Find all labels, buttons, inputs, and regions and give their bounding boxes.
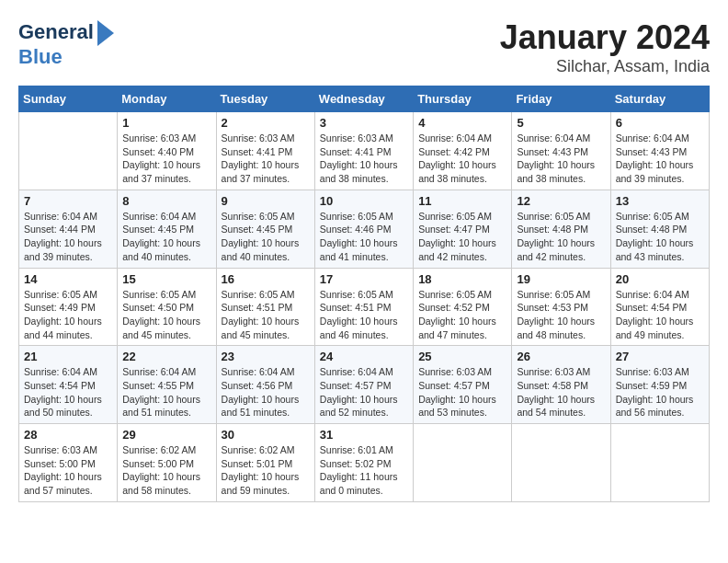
day-info: Sunrise: 6:05 AMSunset: 4:53 PMDaylight:… <box>517 288 605 342</box>
day-info: Sunrise: 6:04 AMSunset: 4:45 PMDaylight:… <box>122 210 210 264</box>
day-number: 28 <box>24 428 112 442</box>
day-info: Sunrise: 6:05 AMSunset: 4:50 PMDaylight:… <box>122 288 210 342</box>
calendar-cell: 7Sunrise: 6:04 AMSunset: 4:44 PMDaylight… <box>19 190 118 268</box>
day-info: Sunrise: 6:04 AMSunset: 4:54 PMDaylight:… <box>616 288 704 342</box>
calendar-week-4: 21Sunrise: 6:04 AMSunset: 4:54 PMDayligh… <box>19 346 710 424</box>
calendar-cell: 15Sunrise: 6:05 AMSunset: 4:50 PMDayligh… <box>118 268 216 346</box>
page-header: General Blue January 2024 Silchar, Assam… <box>18 18 710 76</box>
calendar-cell <box>19 112 118 190</box>
calendar-cell: 16Sunrise: 6:05 AMSunset: 4:51 PMDayligh… <box>216 268 314 346</box>
day-info: Sunrise: 6:05 AMSunset: 4:51 PMDaylight:… <box>222 288 310 342</box>
day-info: Sunrise: 6:03 AMSunset: 4:41 PMDaylight:… <box>320 132 408 186</box>
calendar-week-3: 14Sunrise: 6:05 AMSunset: 4:49 PMDayligh… <box>19 268 710 346</box>
calendar-cell: 18Sunrise: 6:05 AMSunset: 4:52 PMDayligh… <box>414 268 512 346</box>
day-number: 16 <box>222 272 310 286</box>
day-number: 4 <box>418 116 506 130</box>
day-number: 5 <box>517 116 605 130</box>
calendar-cell <box>512 424 610 502</box>
day-number: 10 <box>320 194 408 208</box>
calendar-cell: 6Sunrise: 6:04 AMSunset: 4:43 PMDaylight… <box>610 112 709 190</box>
calendar-cell <box>610 424 709 502</box>
calendar-cell: 28Sunrise: 6:03 AMSunset: 5:00 PMDayligh… <box>19 424 118 502</box>
calendar-cell: 31Sunrise: 6:01 AMSunset: 5:02 PMDayligh… <box>314 424 413 502</box>
calendar-table: SundayMondayTuesdayWednesdayThursdayFrid… <box>18 86 710 502</box>
day-info: Sunrise: 6:03 AMSunset: 4:41 PMDaylight:… <box>222 132 310 186</box>
day-info: Sunrise: 6:05 AMSunset: 4:48 PMDaylight:… <box>616 210 704 264</box>
calendar-cell: 1Sunrise: 6:03 AMSunset: 4:40 PMDaylight… <box>118 112 216 190</box>
header-day-wednesday: Wednesday <box>314 86 413 112</box>
day-number: 2 <box>222 116 310 130</box>
header-day-thursday: Thursday <box>414 86 512 112</box>
calendar-cell: 27Sunrise: 6:03 AMSunset: 4:59 PMDayligh… <box>610 346 709 424</box>
logo-arrow-icon <box>97 20 114 46</box>
day-number: 20 <box>616 272 704 286</box>
calendar-cell: 12Sunrise: 6:05 AMSunset: 4:48 PMDayligh… <box>512 190 610 268</box>
calendar-cell: 14Sunrise: 6:05 AMSunset: 4:49 PMDayligh… <box>19 268 118 346</box>
calendar-week-1: 1Sunrise: 6:03 AMSunset: 4:40 PMDaylight… <box>19 112 710 190</box>
page-subtitle: Silchar, Assam, India <box>500 57 710 76</box>
day-info: Sunrise: 6:04 AMSunset: 4:57 PMDaylight:… <box>320 365 408 419</box>
calendar-cell: 4Sunrise: 6:04 AMSunset: 4:42 PMDaylight… <box>414 112 512 190</box>
day-number: 31 <box>320 428 408 442</box>
title-block: January 2024 Silchar, Assam, India <box>500 18 710 76</box>
day-info: Sunrise: 6:05 AMSunset: 4:45 PMDaylight:… <box>222 210 310 264</box>
calendar-cell: 19Sunrise: 6:05 AMSunset: 4:53 PMDayligh… <box>512 268 610 346</box>
day-number: 29 <box>122 428 210 442</box>
day-info: Sunrise: 6:02 AMSunset: 5:00 PMDaylight:… <box>122 443 210 498</box>
day-info: Sunrise: 6:05 AMSunset: 4:46 PMDaylight:… <box>320 210 408 264</box>
header-day-friday: Friday <box>512 86 610 112</box>
day-info: Sunrise: 6:02 AMSunset: 5:01 PMDaylight:… <box>222 443 310 498</box>
logo-text-general: General <box>18 21 94 43</box>
calendar-cell: 11Sunrise: 6:05 AMSunset: 4:47 PMDayligh… <box>414 190 512 268</box>
day-info: Sunrise: 6:03 AMSunset: 4:40 PMDaylight:… <box>122 132 210 186</box>
calendar-cell: 3Sunrise: 6:03 AMSunset: 4:41 PMDaylight… <box>314 112 413 190</box>
day-info: Sunrise: 6:04 AMSunset: 4:55 PMDaylight:… <box>122 365 210 419</box>
day-info: Sunrise: 6:04 AMSunset: 4:43 PMDaylight:… <box>616 132 704 186</box>
header-day-saturday: Saturday <box>610 86 709 112</box>
day-info: Sunrise: 6:03 AMSunset: 4:58 PMDaylight:… <box>517 365 605 419</box>
calendar-cell: 22Sunrise: 6:04 AMSunset: 4:55 PMDayligh… <box>118 346 216 424</box>
day-number: 15 <box>122 272 210 286</box>
day-number: 24 <box>320 350 408 363</box>
header-day-monday: Monday <box>118 86 216 112</box>
day-info: Sunrise: 6:05 AMSunset: 4:47 PMDaylight:… <box>418 210 506 264</box>
day-number: 22 <box>122 350 210 363</box>
calendar-cell <box>414 424 512 502</box>
day-info: Sunrise: 6:03 AMSunset: 4:57 PMDaylight:… <box>418 365 506 419</box>
calendar-cell: 29Sunrise: 6:02 AMSunset: 5:00 PMDayligh… <box>118 424 216 502</box>
day-number: 9 <box>222 194 310 208</box>
day-number: 11 <box>418 194 506 208</box>
day-info: Sunrise: 6:05 AMSunset: 4:48 PMDaylight:… <box>517 210 605 264</box>
logo-text-blue: Blue <box>18 46 63 68</box>
day-number: 14 <box>24 272 112 286</box>
calendar-cell: 2Sunrise: 6:03 AMSunset: 4:41 PMDaylight… <box>216 112 314 190</box>
calendar-cell: 5Sunrise: 6:04 AMSunset: 4:43 PMDaylight… <box>512 112 610 190</box>
calendar-cell: 8Sunrise: 6:04 AMSunset: 4:45 PMDaylight… <box>118 190 216 268</box>
day-number: 3 <box>320 116 408 130</box>
calendar-cell: 25Sunrise: 6:03 AMSunset: 4:57 PMDayligh… <box>414 346 512 424</box>
day-info: Sunrise: 6:01 AMSunset: 5:02 PMDaylight:… <box>320 443 408 498</box>
day-info: Sunrise: 6:04 AMSunset: 4:43 PMDaylight:… <box>517 132 605 186</box>
header-day-tuesday: Tuesday <box>216 86 314 112</box>
page-title: January 2024 <box>500 18 710 57</box>
calendar-cell: 26Sunrise: 6:03 AMSunset: 4:58 PMDayligh… <box>512 346 610 424</box>
calendar-cell: 17Sunrise: 6:05 AMSunset: 4:51 PMDayligh… <box>314 268 413 346</box>
calendar-cell: 21Sunrise: 6:04 AMSunset: 4:54 PMDayligh… <box>19 346 118 424</box>
calendar-cell: 24Sunrise: 6:04 AMSunset: 4:57 PMDayligh… <box>314 346 413 424</box>
day-number: 26 <box>517 350 605 363</box>
day-info: Sunrise: 6:04 AMSunset: 4:42 PMDaylight:… <box>418 132 506 186</box>
day-number: 17 <box>320 272 408 286</box>
calendar-cell: 23Sunrise: 6:04 AMSunset: 4:56 PMDayligh… <box>216 346 314 424</box>
day-number: 30 <box>222 428 310 442</box>
day-number: 1 <box>122 116 210 130</box>
day-number: 25 <box>418 350 506 363</box>
day-number: 21 <box>24 350 112 363</box>
day-info: Sunrise: 6:05 AMSunset: 4:51 PMDaylight:… <box>320 288 408 342</box>
day-info: Sunrise: 6:05 AMSunset: 4:49 PMDaylight:… <box>24 288 112 342</box>
day-number: 13 <box>616 194 704 208</box>
logo: General Blue <box>18 18 114 68</box>
calendar-week-5: 28Sunrise: 6:03 AMSunset: 5:00 PMDayligh… <box>19 424 710 502</box>
day-number: 18 <box>418 272 506 286</box>
day-info: Sunrise: 6:04 AMSunset: 4:54 PMDaylight:… <box>24 365 112 419</box>
day-number: 23 <box>222 350 310 363</box>
